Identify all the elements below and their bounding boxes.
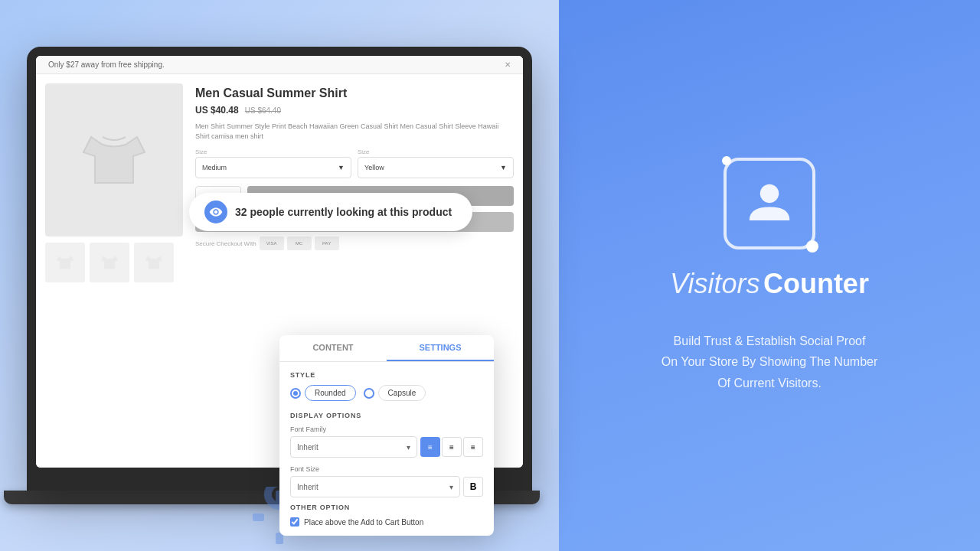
app-icon-frame [724,158,815,249]
align-left-btn[interactable]: ≡ [420,437,440,457]
shirt-svg-icon [76,122,152,198]
product-details: Men Casual Summer Shirt US $40.48 US $64… [195,83,514,282]
radio-rounded[interactable]: Rounded [290,385,356,401]
app-title-italic: Visitors [670,268,760,299]
price-original: US $64.40 [245,106,281,115]
display-options-section: DISPLAY OPTIONS Font Family Inherit ▾ ≡ … [290,412,483,458]
panel-tabs: CONTENT SETTINGS [279,335,494,362]
color-select-container: Size Yellow ▼ [358,148,514,178]
tab-settings[interactable]: SETTINGS [387,335,494,361]
display-section-label: DISPLAY OPTIONS [290,412,483,419]
color-select[interactable]: Yellow ▼ [358,157,514,178]
icon-dot-bottomright [806,240,818,253]
checkout-text: Secure Checkout With [195,240,256,247]
align-right-btn[interactable]: ≡ [463,437,483,457]
thumbnail-2[interactable] [90,243,129,282]
eye-svg [209,205,223,219]
radio-dot-capsule [364,388,374,399]
payment-icons: VISA MC PAY [260,236,339,250]
align-buttons: ≡ ≡ ≡ [420,437,483,457]
svg-rect-2 [253,514,264,521]
font-family-dropdown[interactable]: Inherit ▾ [290,436,417,458]
font-size-row: Inherit ▾ B [290,476,483,497]
bold-button[interactable]: B [463,477,483,497]
subtitle-line1: Build Trust & Establish Social Proof [674,334,866,347]
thumbnail-1[interactable] [45,243,85,282]
right-panel: Visitors Counter Build Trust & Establish… [559,0,980,551]
product-price-row: US $40.48 US $64.40 [195,105,514,116]
app-subtitle: Build Trust & Establish Social Proof On … [662,331,878,393]
product-title: Men Casual Summer Shirt [195,86,514,100]
style-options: Rounded Capsule [290,385,483,401]
shipping-bar: Only $27 away from free shipping. ✕ [36,56,523,74]
radio-dot-rounded [290,388,301,399]
tab-content[interactable]: CONTENT [279,335,387,361]
style-section-label: STYLE [290,371,483,379]
other-section-label: OTHER OPTION [290,504,483,511]
panel-body: STYLE Rounded Capsule DISPLAY OPTIONS Fo… [279,362,494,536]
rounded-btn[interactable]: Rounded [305,385,356,401]
radio-capsule[interactable]: Capsule [364,385,426,401]
place-above-checkbox[interactable] [290,517,299,527]
price-current: US $40.48 [195,105,239,116]
checkbox-label: Place above the Add to Cart Button [304,518,423,527]
product-main-image [45,83,183,236]
other-option-section: OTHER OPTION Place above the Add to Cart… [290,504,483,527]
app-title-bold: Counter [763,268,869,299]
shipping-bar-close[interactable]: ✕ [505,60,511,69]
subtitle-line3: Of Current Visitors. [717,377,822,390]
checkbox-row: Place above the Add to Cart Button [290,517,483,527]
svg-point-4 [760,184,779,204]
size-select-container: Size Medium ▼ [195,148,351,178]
subtitle-line2: On Your Store By Showing The Number [662,355,878,368]
icon-dot-topleft [722,156,731,165]
color-label: Size [358,148,514,155]
laptop-container: Only $27 away from free shipping. ✕ [19,23,540,528]
settings-panel: CONTENT SETTINGS STYLE Rounded Capsule [279,335,494,536]
product-thumbnails [45,243,183,282]
visitor-counter-text: 32 people currently looking at this prod… [235,206,452,218]
align-center-btn[interactable]: ≡ [442,437,462,457]
product-description: Men Shirt Summer Style Print Beach Hawai… [195,122,514,141]
select-row: Size Medium ▼ Size [195,148,514,178]
product-image-area [45,83,183,282]
size-label: Size [195,148,351,155]
font-size-label: Font Size [290,465,483,473]
person-svg-icon [743,177,796,230]
font-size-dropdown[interactable]: Inherit ▾ [290,476,460,497]
left-panel: Only $27 away from free shipping. ✕ [0,0,559,551]
pay-icon: PAY [315,236,339,250]
product-area: Men Casual Summer Shirt US $40.48 US $64… [36,74,523,292]
visa-icon: VISA [260,236,284,250]
eye-icon [204,201,227,223]
checkout-row: Secure Checkout With VISA MC PAY [195,236,514,250]
size-select[interactable]: Medium ▼ [195,157,351,178]
font-family-row: Inherit ▾ ≡ ≡ ≡ [290,436,483,458]
app-title: Visitors Counter [670,268,869,300]
font-family-label: Font Family [290,425,483,433]
shipping-bar-text: Only $27 away from free shipping. [48,60,165,69]
capsule-btn[interactable]: Capsule [378,385,426,401]
mastercard-icon: MC [287,236,312,250]
thumbnail-3[interactable] [134,243,174,282]
visitor-counter-badge: 32 people currently looking at this prod… [189,193,472,231]
